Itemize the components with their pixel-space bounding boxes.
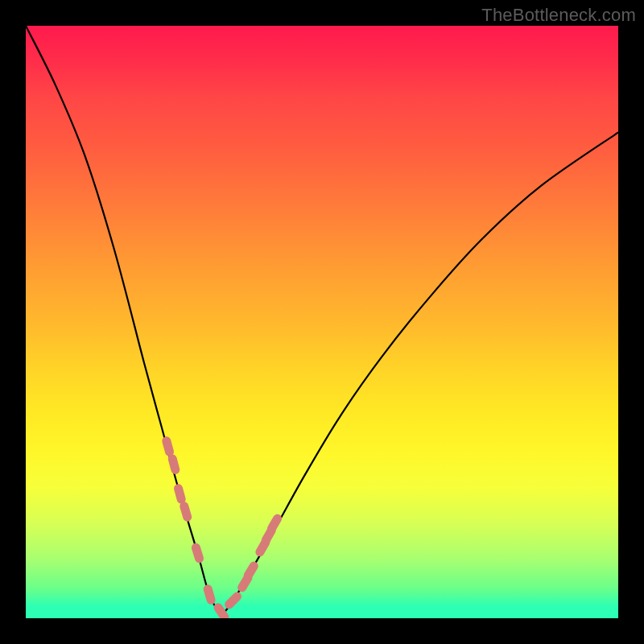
marker-segment [248,566,254,576]
marker-segment [208,589,211,601]
marker-segment [218,608,225,617]
highlight-markers [167,441,278,617]
marker-segment [172,459,175,470]
marker-segment [179,489,182,500]
watermark-text: TheBottleneck.com [481,5,636,26]
curve-line [26,26,618,613]
marker-segment [196,547,199,558]
chart-svg [26,26,618,618]
bottleneck-curve [26,26,618,613]
marker-segment [272,518,278,528]
chart-frame: TheBottleneck.com [0,0,644,644]
plot-area [26,26,618,618]
marker-segment [167,441,170,452]
marker-segment [184,506,188,517]
marker-segment [229,597,237,605]
